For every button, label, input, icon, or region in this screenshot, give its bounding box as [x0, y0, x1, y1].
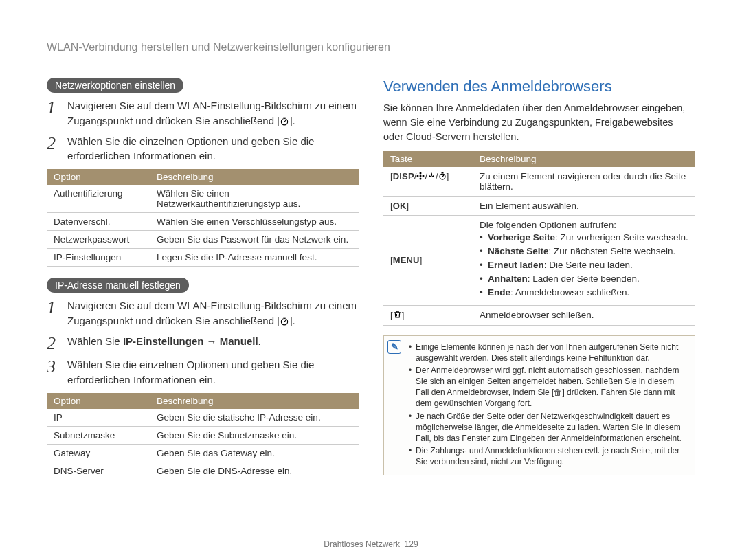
table-row: AuthentifizierungWählen Sie einen Netzwe…: [47, 185, 359, 213]
step-2: 2 Wählen Sie die einzelnen Optionen und …: [47, 134, 359, 164]
note-body: Einige Elemente können je nach der von I…: [405, 336, 695, 475]
list-item: Nächste Seite: Zur nächsten Seite wechse…: [480, 245, 688, 258]
key-table: Taste Beschreibung [DISP///] Zu einem El…: [383, 151, 695, 325]
key-desc: Ein Element auswählen.: [473, 197, 695, 216]
key-ok: [OK]: [383, 197, 473, 216]
footer-page: 129: [405, 539, 418, 549]
subheading-network-options: Netzwerkoptionen einstellen: [47, 78, 183, 93]
key-desc: Die folgenden Optionen aufrufen: Vorheri…: [473, 216, 695, 305]
step-1: 1 Navigieren Sie auf dem WLAN-Einstellun…: [47, 98, 359, 130]
note-box: ✎ Einige Elemente können je nach der von…: [383, 335, 695, 475]
options-table-2: Option Beschreibung IPGeben Sie die stat…: [47, 393, 359, 480]
timer-icon: [280, 115, 289, 130]
svg-point-5: [417, 175, 419, 177]
list-item: Ende: Anmeldebrowser schließen.: [480, 287, 688, 300]
table-row: [DISP///] Zu einem Element navigieren od…: [383, 167, 695, 197]
step-number: 1: [47, 98, 65, 130]
flower-icon: [416, 172, 425, 182]
options-table-1: Option Beschreibung AuthentifizierungWäh…: [47, 169, 359, 267]
page-header: WLAN-Verbindung herstellen und Netzwerke…: [47, 41, 695, 58]
step-number: 2: [47, 334, 65, 354]
trash-icon: [393, 310, 402, 321]
svg-point-2: [420, 175, 422, 177]
step-text: Wählen Sie die einzelnen Optionen und ge…: [67, 357, 359, 388]
list-item: Anhalten: Laden der Seite beenden.: [480, 273, 688, 286]
step-number: 1: [47, 298, 65, 330]
manual-page: WLAN-Verbindung herstellen und Netzwerke…: [0, 0, 742, 560]
step-3: 3 Wählen Sie die einzelnen Optionen und …: [47, 357, 359, 388]
table-header: Beschreibung: [150, 393, 359, 409]
table-row: DNS-ServerGeben Sie die DNS-Adresse ein.: [47, 462, 359, 480]
note-item: Die Zahlungs- und Anmeldefunktionen steh…: [409, 445, 688, 467]
step-text: Wählen Sie die einzelnen Optionen und ge…: [67, 134, 359, 164]
step-number: 3: [47, 357, 65, 388]
key-trash: []: [383, 305, 473, 325]
table-row: SubnetzmaskeGeben Sie die Subnetzmaske e…: [47, 426, 359, 444]
key-desc: Zu einem Element navigieren oder durch d…: [473, 167, 695, 197]
key-desc: Anmeldebrowser schließen.: [473, 305, 695, 325]
note-icon-container: ✎: [384, 336, 405, 475]
subheading-ip-manual: IP-Adresse manuell festlegen: [47, 278, 189, 293]
header-title: WLAN-Verbindung herstellen und Netzwerke…: [47, 41, 695, 54]
step-number: 2: [47, 134, 65, 164]
table-row: [OK] Ein Element auswählen.: [383, 197, 695, 216]
table-row: [] Anmeldebrowser schließen.: [383, 305, 695, 325]
key-menu: [MENU]: [383, 216, 473, 305]
content-columns: Netzwerkoptionen einstellen 1 Navigieren…: [47, 78, 695, 491]
note-icon: ✎: [387, 340, 401, 354]
step-text: Navigieren Sie auf dem WLAN-Einstellung-…: [67, 98, 359, 130]
table-row: IPGeben Sie die statische IP-Adresse ein…: [47, 409, 359, 427]
macro-icon: [427, 172, 436, 182]
timer-icon: [438, 172, 447, 182]
table-row: NetzwerkpasswortGeben Sie das Passwort f…: [47, 231, 359, 249]
note-item: Je nach Größe der Seite oder der Netzwer…: [409, 411, 688, 445]
table-header: Option: [47, 393, 150, 409]
header-rule: [47, 58, 695, 58]
svg-point-6: [423, 175, 425, 177]
timer-icon: [280, 315, 289, 330]
list-item: Vorherige Seite: Zur vorherigen Seite we…: [480, 232, 688, 245]
table-row: IP-EinstellungenLegen Sie die IP-Adresse…: [47, 249, 359, 267]
step-text: Wählen Sie IP-Einstellungen → Manuell.: [67, 334, 359, 354]
left-column: Netzwerkoptionen einstellen 1 Navigieren…: [47, 78, 359, 491]
note-item: Einige Elemente können je nach der von I…: [409, 341, 688, 363]
step-1: 1 Navigieren Sie auf dem WLAN-Einstellun…: [47, 298, 359, 330]
list-item: Erneut laden: Die Seite neu laden.: [480, 259, 688, 272]
page-footer: Drahtloses Netzwerk 129: [0, 539, 742, 549]
key-disp: [DISP///]: [383, 167, 473, 197]
table-header: Beschreibung: [473, 151, 695, 167]
svg-point-1: [282, 318, 288, 324]
section-title: Verwenden des Anmeldebrowsers: [383, 78, 695, 96]
note-item: Der Anmeldebrowser wird ggf. nicht autom…: [409, 365, 688, 410]
footer-section: Drahtloses Netzwerk: [324, 539, 400, 549]
intro-text: Sie können Ihre Anmeldedaten über den An…: [383, 101, 695, 144]
table-header: Beschreibung: [150, 169, 359, 185]
svg-point-3: [420, 172, 422, 175]
menu-options-list: Vorherige Seite: Zur vorherigen Seite we…: [480, 232, 688, 299]
step-2: 2 Wählen Sie IP-Einstellungen → Manuell.: [47, 334, 359, 354]
table-header: Option: [47, 169, 150, 185]
table-row: Datenverschl.Wählen Sie einen Verschlüss…: [47, 213, 359, 231]
step-text: Navigieren Sie auf dem WLAN-Einstellung-…: [67, 298, 359, 330]
svg-point-4: [420, 178, 422, 180]
right-column: Verwenden des Anmeldebrowsers Sie können…: [383, 78, 695, 491]
table-header: Taste: [383, 151, 473, 167]
table-row: GatewayGeben Sie das Gateway ein.: [47, 444, 359, 462]
table-row: [MENU] Die folgenden Optionen aufrufen: …: [383, 216, 695, 305]
